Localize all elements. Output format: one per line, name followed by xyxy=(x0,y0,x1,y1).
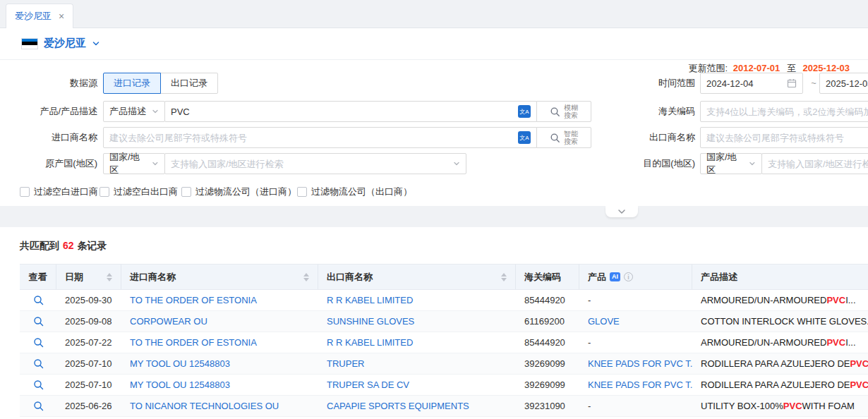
importer-link[interactable]: MY TOOL OU 12548803 xyxy=(121,353,318,374)
smart-search-button[interactable]: 智能 搜索 xyxy=(536,127,591,148)
col-date[interactable]: 日期 xyxy=(56,265,121,289)
product-label: 产品/产品描述 xyxy=(18,101,97,122)
date-cell: 2025-07-10 xyxy=(56,375,121,395)
exporter-link[interactable]: TRUPER SA DE CV xyxy=(318,375,516,395)
country-header[interactable]: 爱沙尼亚 xyxy=(21,37,100,50)
destination-type-value: 国家/地区 xyxy=(706,151,745,176)
view-magnifier-icon[interactable] xyxy=(33,379,44,390)
sort-asc-icon[interactable] xyxy=(501,273,507,277)
origin-country-input[interactable] xyxy=(171,159,449,169)
col-hs-code: 海关编码 xyxy=(516,265,579,289)
product-type-value: 产品描述 xyxy=(109,105,146,118)
tab-estonia[interactable]: 爱沙尼亚 × xyxy=(6,4,73,28)
results-count: 62 xyxy=(63,240,74,251)
product-link[interactable]: KNEE PADS FOR PVC T... xyxy=(579,375,692,395)
hs-code-cell: 39269099 xyxy=(516,353,579,374)
product-input-box: 文A xyxy=(164,101,537,122)
checkbox-icon[interactable] xyxy=(100,187,109,197)
col-exporter[interactable]: 出口商名称 xyxy=(318,265,516,289)
description-cell: ARMOURED/UN-ARMOURED PVC I... xyxy=(692,290,868,310)
sort-asc-icon[interactable] xyxy=(107,273,112,277)
translate-icon[interactable]: 文A xyxy=(518,105,531,118)
exporter-input-box xyxy=(700,127,868,148)
calendar-icon xyxy=(787,78,797,88)
filter-blank-importer-checkbox[interactable]: 过滤空白进口商 xyxy=(20,186,98,198)
sort-desc-icon[interactable] xyxy=(107,278,112,281)
data-source-toggle: 进口记录 出口记录 xyxy=(103,73,218,94)
hs-code-cell: 39269099 xyxy=(516,375,579,395)
tab-close-icon[interactable]: × xyxy=(59,11,64,21)
chevron-down-icon xyxy=(617,209,626,214)
view-magnifier-icon[interactable] xyxy=(33,358,44,369)
sort-icons[interactable] xyxy=(107,273,112,281)
exporter-link[interactable]: R R KABEL LIMITED xyxy=(318,290,516,310)
product-input[interactable] xyxy=(171,107,514,117)
exporter-input[interactable] xyxy=(706,133,868,143)
sort-icons[interactable] xyxy=(501,273,507,281)
tab-bar: 爱沙尼亚 × xyxy=(0,0,868,28)
checkbox-label: 过滤物流公司（出口商） xyxy=(311,186,412,198)
date-from-picker[interactable]: 2024-12-04 xyxy=(700,73,803,94)
import-records-button[interactable]: 进口记录 xyxy=(103,73,161,94)
table-row: 2025-09-08 CORPOWEAR OU SUNSHINE GLOVES … xyxy=(20,311,868,332)
origin-country-input-box xyxy=(164,153,466,174)
view-magnifier-icon[interactable] xyxy=(33,316,44,327)
checkbox-icon[interactable] xyxy=(181,187,191,197)
table-header: 查看 日期 进口商名称 出口商名称 海关编码 产品 AI i 产品描述 xyxy=(20,264,868,290)
info-icon[interactable]: i xyxy=(624,272,633,281)
view-cell xyxy=(20,332,56,353)
sort-asc-icon[interactable] xyxy=(303,273,309,277)
date-cell: 2025-06-26 xyxy=(56,396,121,416)
search-icon xyxy=(550,133,560,143)
destination-country-input-box xyxy=(761,153,868,174)
destination-country-label: 目的国(地区) xyxy=(625,153,695,174)
origin-type-select[interactable]: 国家/地区 xyxy=(103,153,165,174)
translate-icon[interactable]: 文A xyxy=(518,131,531,144)
col-importer[interactable]: 进口商名称 xyxy=(121,265,318,289)
description-cell: ARMOURED/UN-ARMOURED PVC I... xyxy=(692,332,868,353)
date-cell: 2025-07-10 xyxy=(56,353,121,374)
filter-logistics-importer-checkbox[interactable]: 过滤物流公司（进口商） xyxy=(181,186,296,198)
importer-link[interactable]: TO THE ORDER OF ESTONIA xyxy=(121,332,318,353)
sort-icons[interactable] xyxy=(303,273,309,281)
col-view: 查看 xyxy=(20,265,56,289)
destination-country-input[interactable] xyxy=(768,159,868,169)
filter-logistics-exporter-checkbox[interactable]: 过滤物流公司（出口商） xyxy=(297,186,412,198)
sort-desc-icon[interactable] xyxy=(501,278,507,281)
checkbox-icon[interactable] xyxy=(297,187,307,197)
export-records-button[interactable]: 出口记录 xyxy=(160,73,218,94)
product-link[interactable]: KNEE PADS FOR PVC T... xyxy=(579,353,692,374)
collapse-filters-button[interactable] xyxy=(605,206,638,217)
filter-blank-exporter-checkbox[interactable]: 过滤空白出口商 xyxy=(100,186,178,198)
chevron-down-icon xyxy=(152,160,159,167)
hs-code-input[interactable] xyxy=(706,107,868,117)
exporter-link[interactable]: TRUPER xyxy=(318,353,516,374)
product-link[interactable]: GLOVE xyxy=(579,311,692,332)
hs-code-cell: 85444920 xyxy=(516,332,579,353)
view-magnifier-icon[interactable] xyxy=(33,337,44,348)
importer-link[interactable]: TO NICANOR TECHNOLOGIES OU xyxy=(121,396,318,416)
fuzzy-search-button[interactable]: 模糊 搜索 xyxy=(536,101,591,122)
product-type-select[interactable]: 产品描述 xyxy=(103,101,165,122)
importer-link[interactable]: MY TOOL OU 12548803 xyxy=(121,375,318,395)
view-magnifier-icon[interactable] xyxy=(33,401,44,411)
date-cell: 2025-07-22 xyxy=(56,332,121,353)
importer-input[interactable] xyxy=(109,133,514,143)
view-magnifier-icon[interactable] xyxy=(33,295,44,305)
checkbox-icon[interactable] xyxy=(20,187,30,197)
exporter-link[interactable]: SUNSHINE GLOVES xyxy=(318,311,516,332)
description-cell: COTTON INTERLOCK WHITE GLOVES... xyxy=(692,311,868,332)
hs-code-cell: 39231090 xyxy=(516,396,579,416)
importer-link[interactable]: CORPOWEAR OU xyxy=(121,311,318,332)
view-cell xyxy=(20,290,56,310)
importer-link[interactable]: TO THE ORDER OF ESTONIA xyxy=(121,290,318,310)
summary-prefix: 共匹配到 xyxy=(20,240,59,251)
table-row: 2025-07-22 TO THE ORDER OF ESTONIA R R K… xyxy=(20,332,868,353)
sort-desc-icon[interactable] xyxy=(303,278,309,281)
date-to-picker[interactable]: 2025-12-03 xyxy=(819,73,868,94)
exporter-link[interactable]: R R KABEL LIMITED xyxy=(318,332,516,353)
time-range-label: 时间范围 xyxy=(625,73,695,94)
exporter-link[interactable]: CAPAPIE SPORTS EQUIPMENTS xyxy=(318,396,516,416)
destination-type-select[interactable]: 国家/地区 xyxy=(700,153,762,174)
product-link: - xyxy=(579,396,692,416)
